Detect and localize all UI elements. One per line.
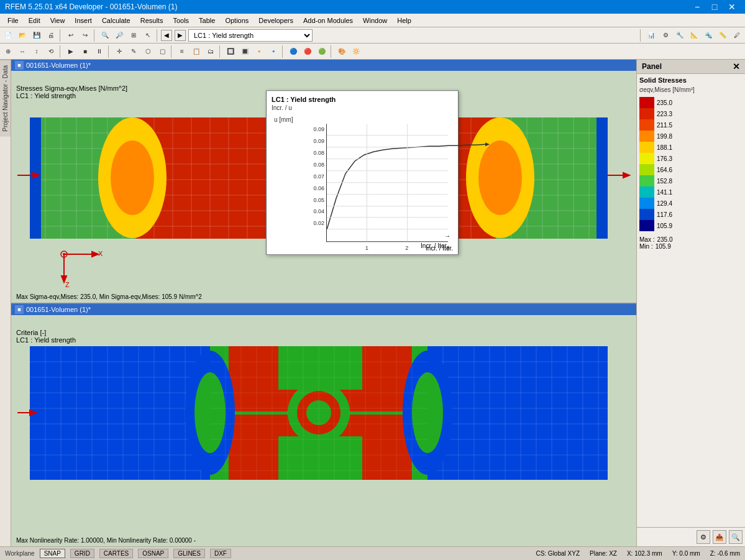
tb2-21[interactable]: 🟢: [315, 45, 329, 58]
tb2-13[interactable]: 📋: [190, 45, 203, 58]
tb2-15[interactable]: 🔲: [224, 45, 237, 58]
tb-zoom-all[interactable]: ⊞: [127, 29, 140, 42]
tb2-7[interactable]: ⏸: [93, 45, 106, 58]
bottom-viewport-icon: ■: [15, 305, 24, 314]
scale-row: 141.1: [639, 186, 743, 198]
tb2-17[interactable]: 🔸: [252, 45, 266, 58]
tb-print[interactable]: 🖨: [44, 29, 58, 42]
menu-tools[interactable]: Tools: [168, 16, 194, 25]
menu-window[interactable]: Window: [358, 16, 392, 25]
svg-text:X: X: [98, 250, 103, 257]
status-glines[interactable]: GLINES: [173, 549, 205, 558]
tb2-23[interactable]: 🔆: [349, 45, 363, 58]
top-viewport[interactable]: ■ 001651-Volumen (1)*: [11, 60, 636, 304]
lc-prev[interactable]: ◀: [161, 30, 172, 41]
scale-row: 105.9: [639, 220, 743, 231]
menu-insert[interactable]: Insert: [70, 16, 97, 25]
tb-more1[interactable]: ⚙: [659, 29, 672, 42]
tb2-10[interactable]: ⬡: [141, 45, 155, 58]
title-text: RFEM 5.25.01 x64 Developer - 001651-Volu…: [5, 2, 177, 11]
tb2-3[interactable]: ↕: [30, 45, 43, 58]
scale-row: 164.6: [639, 164, 743, 175]
tb2-16[interactable]: 🔳: [238, 45, 252, 58]
tb-results[interactable]: 📊: [644, 29, 658, 42]
tb-open[interactable]: 📂: [16, 29, 29, 42]
tb-undo[interactable]: ↩: [64, 29, 78, 42]
toolbar2-sep-6: [331, 45, 333, 58]
menu-help[interactable]: Help: [392, 16, 416, 25]
status-osnap[interactable]: OSNAP: [138, 549, 168, 558]
tb-more3[interactable]: 📐: [687, 29, 701, 42]
tb2-6[interactable]: ■: [78, 45, 92, 58]
menu-developers[interactable]: Developers: [254, 16, 298, 25]
status-snap[interactable]: SNAP: [40, 549, 65, 558]
svg-point-129: [412, 372, 443, 453]
tb2-1[interactable]: ⊕: [1, 45, 15, 58]
tb2-19[interactable]: 🔵: [286, 45, 300, 58]
tb-select[interactable]: ↖: [141, 29, 155, 42]
min-row: Min : 105.9: [639, 243, 743, 250]
toolbar-1: 📄 📂 💾 🖨 ↩ ↪ 🔍 🔎 ⊞ ↖ ◀ ▶ LC1 : Yield stre…: [0, 27, 745, 44]
max-value: 235.0: [657, 236, 672, 243]
title-controls: − □ ✕: [689, 1, 740, 12]
tb-more4[interactable]: 🔩: [702, 29, 715, 42]
maximize-button[interactable]: □: [706, 1, 723, 12]
tb2-14[interactable]: 🗂: [204, 45, 217, 58]
panel-close-button[interactable]: ✕: [733, 62, 740, 71]
chart-overlay[interactable]: LC1 : Yield strength Incr. / u u [mm]: [266, 91, 459, 255]
tb-save[interactable]: 💾: [30, 29, 43, 42]
svg-rect-60: [30, 117, 41, 239]
lc-next[interactable]: ▶: [175, 30, 186, 41]
tb2-8[interactable]: ✛: [112, 45, 126, 58]
panel-filter-button[interactable]: 🔍: [729, 530, 743, 544]
tb-zoom-in[interactable]: 🔍: [98, 29, 112, 42]
menu-addon[interactable]: Add-on Modules: [298, 16, 358, 25]
tb2-22[interactable]: 🎨: [335, 45, 349, 58]
bottom-viewport[interactable]: ■ 001651-Volumen (1)*: [11, 304, 636, 547]
status-cartes[interactable]: CARTES: [99, 549, 133, 558]
max-row: Max : 235.0: [639, 236, 743, 243]
minimize-button[interactable]: −: [689, 1, 705, 12]
tb-redo[interactable]: ↪: [78, 29, 92, 42]
svg-text:Z: Z: [65, 281, 70, 288]
panel-title: Panel: [642, 62, 662, 71]
tb2-2[interactable]: ↔: [16, 45, 29, 58]
scale-value-label: 105.9: [657, 223, 672, 229]
tb-more2[interactable]: 🔧: [673, 29, 687, 42]
menu-options[interactable]: Options: [220, 16, 254, 25]
status-dxf[interactable]: DXF: [210, 549, 231, 558]
tb2-4[interactable]: ⟲: [44, 45, 58, 58]
panel-export-button[interactable]: 📤: [713, 530, 726, 544]
toolbar2-sep-1: [60, 45, 62, 58]
menu-results[interactable]: Results: [135, 16, 168, 25]
tb2-20[interactable]: 🔴: [301, 45, 314, 58]
tb2-9[interactable]: ✎: [127, 45, 140, 58]
tb-more5[interactable]: 📏: [716, 29, 729, 42]
left-nav-tab-project[interactable]: Project Navigator - Data: [0, 60, 11, 137]
menu-calculate[interactable]: Calculate: [97, 16, 135, 25]
scale-color-box: [639, 142, 654, 153]
tb2-11[interactable]: ▢: [155, 45, 169, 58]
scale-row: 188.1: [639, 142, 743, 153]
close-button[interactable]: ✕: [724, 1, 740, 12]
status-grid[interactable]: GRID: [70, 549, 94, 558]
status-cs: CS: Global XYZ: [536, 550, 580, 557]
lc-dropdown[interactable]: LC1 : Yield strength: [188, 29, 313, 42]
scale-value-label: 117.6: [657, 211, 672, 218]
tb2-18[interactable]: 🔹: [267, 45, 280, 58]
svg-rect-119: [229, 346, 278, 390]
scale-value-label: 188.1: [657, 144, 672, 151]
menu-view[interactable]: View: [45, 16, 70, 25]
tb-new[interactable]: 📄: [1, 29, 15, 42]
status-x-coord: X: 102.3 mm: [627, 550, 662, 557]
tb-more6[interactable]: 🖊: [730, 29, 744, 42]
panel-settings-button[interactable]: ⚙: [697, 530, 710, 544]
scale-value-label: 152.8: [657, 178, 672, 185]
tb2-5[interactable]: ▶: [64, 45, 78, 58]
tb-zoom-out[interactable]: 🔎: [112, 29, 126, 42]
menu-file[interactable]: File: [2, 16, 24, 25]
menu-edit[interactable]: Edit: [24, 16, 45, 25]
tb2-12[interactable]: ≡: [175, 45, 189, 58]
svg-rect-76: [30, 346, 210, 480]
menu-table[interactable]: Table: [194, 16, 220, 25]
